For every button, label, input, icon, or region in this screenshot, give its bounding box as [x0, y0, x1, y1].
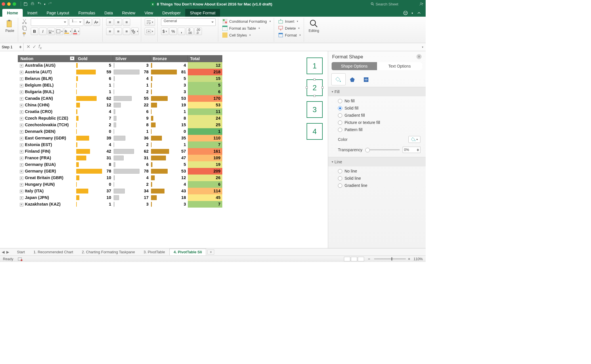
table-row[interactable]: +France (FRA)313147109 — [18, 155, 222, 161]
align-bottom-button[interactable]: ≡ — [123, 18, 130, 26]
table-row[interactable]: +Czech Republic (CZE)79824 — [18, 115, 222, 122]
tab-insert[interactable]: Insert — [23, 9, 42, 17]
fill-option[interactable]: Solid fill — [338, 106, 420, 110]
add-sheet-button[interactable]: + — [207, 250, 214, 254]
effects-icon[interactable] — [345, 74, 359, 85]
expand-icon[interactable]: + — [20, 104, 23, 107]
table-row[interactable]: +Denmark (DEN)0101 — [18, 128, 222, 135]
line-option[interactable]: Gradient line — [338, 183, 420, 188]
normal-view-button[interactable] — [344, 257, 350, 261]
border-button[interactable] — [56, 28, 63, 35]
transparency-slider[interactable] — [365, 149, 400, 150]
close-pane-button[interactable]: ✕ — [416, 54, 422, 59]
expand-icon[interactable]: + — [20, 183, 23, 187]
fx-icon[interactable]: fx — [39, 44, 42, 50]
paste-button[interactable]: Paste — [4, 18, 16, 33]
column-header[interactable]: Bronze — [150, 55, 188, 62]
print-icon[interactable] — [30, 2, 35, 6]
text-options-tab[interactable]: Text Options — [377, 62, 422, 70]
expand-icon[interactable]: + — [20, 157, 23, 160]
column-header[interactable]: Gold — [76, 55, 113, 62]
format-painter-icon[interactable] — [22, 32, 27, 37]
table-row[interactable]: +Bulgaria (BUL)1236 — [18, 89, 222, 95]
bold-button[interactable]: B — [31, 28, 38, 35]
sheet-tab[interactable]: 2. Charting Formating Taskpane — [77, 249, 139, 255]
sheet-tab[interactable]: 4. PivotTable Sli — [169, 249, 206, 255]
font-color-button[interactable]: A — [72, 28, 80, 35]
name-box[interactable]: Step 1 — [0, 43, 24, 51]
feedback-icon[interactable] — [403, 10, 408, 16]
expand-icon[interactable]: + — [20, 130, 23, 134]
search-input[interactable] — [376, 2, 413, 6]
currency-button[interactable]: $ — [161, 28, 169, 35]
tab-developer[interactable]: Developer — [158, 9, 185, 17]
align-right-button[interactable]: ≡ — [123, 28, 130, 35]
expand-icon[interactable]: + — [20, 110, 23, 114]
expand-icon[interactable]: + — [20, 170, 23, 173]
sheet-tab[interactable]: Start — [13, 249, 29, 255]
worksheet-area[interactable]: NationGoldSilverBronzeTotal +Australia (… — [0, 51, 328, 248]
table-row[interactable]: +Czechoslovakia (TCH)281525 — [18, 122, 222, 128]
font-size-select[interactable]: 1… — [69, 18, 83, 26]
increase-font-button[interactable]: A▴ — [84, 18, 92, 26]
table-row[interactable]: +Hungary (HUN)0246 — [18, 181, 222, 188]
slicer-step-1[interactable]: 1 — [307, 58, 323, 74]
comma-button[interactable]: , — [178, 28, 185, 35]
fill-line-icon[interactable] — [332, 74, 345, 85]
macro-record-icon[interactable] — [17, 257, 23, 261]
sheet-tab[interactable]: 1. Recommended Chart — [29, 249, 77, 255]
shape-options-tab[interactable]: Shape Options — [332, 62, 377, 70]
font-family-select[interactable] — [31, 18, 68, 26]
expand-icon[interactable]: + — [20, 163, 23, 167]
tab-page-layout[interactable]: Page Layout — [42, 9, 74, 17]
align-left-button[interactable]: ≡ — [106, 28, 114, 35]
expand-icon[interactable]: + — [20, 64, 23, 68]
search-sheet[interactable] — [370, 2, 413, 6]
italic-button[interactable]: I — [39, 28, 47, 35]
merge-button[interactable] — [145, 28, 155, 35]
table-row[interactable]: +East Germany (GDR)393635110 — [18, 135, 222, 141]
accept-formula-icon[interactable]: ✓ — [32, 44, 36, 50]
fill-option[interactable]: No fill — [338, 99, 420, 103]
expand-icon[interactable]: + — [20, 137, 23, 140]
zoom-out-button[interactable]: − — [368, 257, 370, 261]
pivot-table[interactable]: NationGoldSilverBronzeTotal +Australia (… — [18, 55, 222, 208]
column-header[interactable]: Total — [188, 55, 222, 62]
fill-option[interactable]: Pattern fill — [338, 127, 420, 132]
tab-formulas[interactable]: Formulas — [74, 9, 100, 17]
expand-formula-icon[interactable]: ▾ — [420, 45, 426, 49]
expand-icon[interactable]: + — [20, 150, 23, 154]
transparency-input[interactable]: 0% — [403, 147, 420, 153]
copy-icon[interactable] — [22, 25, 27, 31]
align-center-button[interactable]: ≡ — [114, 28, 122, 35]
increase-decimal-button[interactable]: .0.00 — [186, 28, 194, 35]
align-middle-button[interactable]: ≡ — [114, 18, 122, 26]
redo-icon[interactable] — [48, 2, 52, 6]
table-row[interactable]: +Canada (CAN)625553170 — [18, 95, 222, 102]
formula-input[interactable] — [45, 45, 420, 49]
close-window[interactable] — [2, 2, 5, 6]
sheet-tab[interactable]: 3. PivotTable — [139, 249, 169, 255]
page-layout-view-button[interactable] — [351, 257, 357, 261]
size-properties-icon[interactable] — [359, 74, 373, 85]
expand-icon[interactable]: + — [20, 91, 23, 94]
orientation-button[interactable]: ab — [131, 28, 139, 35]
align-top-button[interactable]: ≡ — [106, 18, 114, 26]
slicer-step-4[interactable]: 4 — [307, 123, 323, 140]
share-icon[interactable] — [419, 2, 424, 6]
table-row[interactable]: +Finland (FIN)426257161 — [18, 148, 222, 155]
column-header[interactable]: Silver — [113, 55, 150, 62]
tab-shape-format[interactable]: Shape Format — [185, 9, 220, 17]
fill-color-picker[interactable]: ▾ — [408, 136, 420, 143]
table-row[interactable]: +Germany (GER)787853209 — [18, 168, 222, 175]
expand-icon[interactable]: + — [20, 196, 23, 200]
expand-icon[interactable]: + — [20, 203, 23, 206]
format-cells-button[interactable]: Format — [278, 32, 301, 38]
table-row[interactable]: +Belarus (BLR)64515 — [18, 75, 222, 82]
sheet-nav-prev[interactable]: ◀ — [2, 250, 5, 254]
insert-cells-button[interactable]: Insert — [278, 18, 299, 24]
tab-data[interactable]: Data — [100, 9, 118, 17]
cancel-formula-icon[interactable]: ✕ — [26, 44, 30, 50]
page-break-view-button[interactable] — [358, 257, 364, 261]
table-row[interactable]: +Great Britain (GBR)1041226 — [18, 175, 222, 181]
